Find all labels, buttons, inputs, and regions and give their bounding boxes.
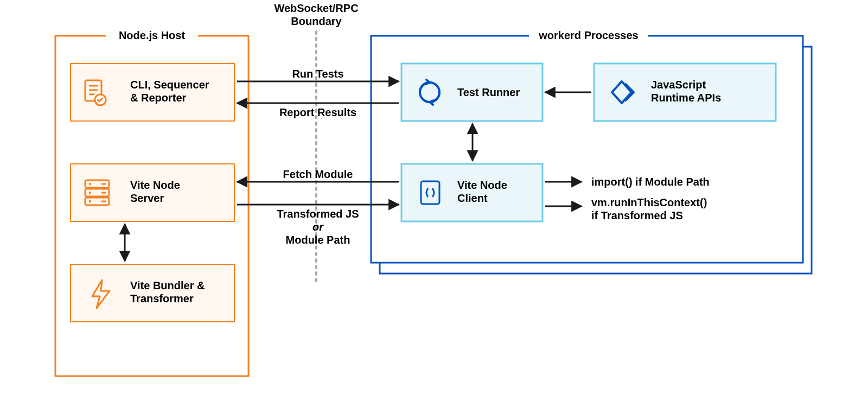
cli-label-1: CLI, Sequencer <box>130 79 209 91</box>
js-runtime-label-1: JavaScript <box>651 79 706 91</box>
svg-point-11 <box>89 192 91 194</box>
vite-server-label-1: Vite Node <box>130 179 180 191</box>
transformed-label: Transformed JS <box>277 208 359 220</box>
test-runner-label: Test Runner <box>457 86 520 98</box>
cli-label-2: & Reporter <box>130 92 187 104</box>
architecture-diagram: WebSocket/RPC Boundary Node.js Host CLI,… <box>0 0 868 394</box>
js-runtime-label-2: Runtime APIs <box>651 92 721 104</box>
svg-point-12 <box>89 200 91 202</box>
vite-server-label-2: Server <box>130 192 164 204</box>
nodejs-host-group: Node.js Host CLI, Sequencer & Reporter <box>55 28 248 376</box>
workerd-title: workerd Processes <box>538 29 638 41</box>
vite-client-label-2: Client <box>457 192 488 204</box>
vite-client-label-1: Vite Node <box>457 179 507 191</box>
or-label: or <box>312 221 324 233</box>
vite-server-box: Vite Node Server <box>71 164 234 221</box>
bundler-label-2: Transformer <box>130 293 194 304</box>
bundler-label-1: Vite Bundler & <box>130 279 205 291</box>
bundler-box: Vite Bundler & Transformer <box>71 264 234 322</box>
vm-run-label-1: vm.runInThisContext() <box>591 196 707 208</box>
svg-point-10 <box>89 183 91 185</box>
import-if-label: import() if Module Path <box>591 176 710 188</box>
js-runtime-box: JavaScript Runtime APIs <box>594 63 776 121</box>
boundary-subtitle: Boundary <box>291 15 342 27</box>
test-runner-box: Test Runner <box>401 63 542 121</box>
nodejs-title: Node.js Host <box>119 29 186 41</box>
boundary-title: WebSocket/RPC <box>274 2 358 14</box>
fetch-module-label: Fetch Module <box>283 168 353 180</box>
vite-client-box: Vite Node Client <box>401 164 542 221</box>
report-results-label: Report Results <box>279 106 356 118</box>
vm-run-label-2: if Transformed JS <box>591 209 683 221</box>
run-tests-label: Run Tests <box>292 68 343 80</box>
module-path-label: Module Path <box>286 234 350 246</box>
cli-box: CLI, Sequencer & Reporter <box>71 63 234 121</box>
workerd-group: workerd Processes Test Runner JavaScript… <box>371 28 812 274</box>
